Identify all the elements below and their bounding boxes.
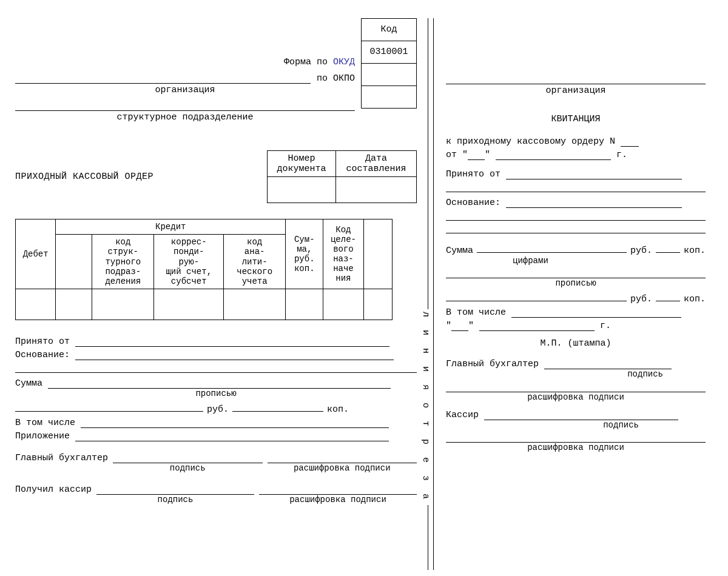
receipt-chief-name-caption: расшифровка подписи xyxy=(446,392,706,402)
receipt-kop-2: коп. xyxy=(684,294,706,304)
receipt-sum-words-2[interactable] xyxy=(446,290,627,301)
doc-number-input[interactable] xyxy=(268,177,336,203)
main-accounting-table: Дебет Кредит Сум- ма, руб. коп. Код целе… xyxy=(15,219,393,320)
receipt-chief-name[interactable] xyxy=(446,381,706,392)
receipt-including-input[interactable] xyxy=(511,307,681,318)
receipt-chief-sig[interactable] xyxy=(544,358,672,369)
extra-code[interactable] xyxy=(362,86,417,109)
receipt-title: КВИТАНЦИЯ xyxy=(446,114,706,124)
order-section: Форма по ОКУД по ОКПО организация структ… xyxy=(15,18,423,570)
received-from-input[interactable] xyxy=(75,336,389,347)
basis-input-1[interactable] xyxy=(75,349,394,360)
basis-label: Основание: xyxy=(15,350,70,360)
cell-struct[interactable] xyxy=(92,289,154,320)
structural-unit-caption: структурное подразделение xyxy=(15,112,355,122)
receipt-cashier-sig-caption: подпись xyxy=(446,420,706,430)
structural-unit-input[interactable] xyxy=(15,99,355,111)
cashier-name-input[interactable] xyxy=(259,484,417,495)
receipt-words-caption: прописью xyxy=(446,278,706,288)
receipt-received-input-2[interactable] xyxy=(446,181,706,192)
sum-label: Сумма xyxy=(15,378,42,389)
okpo-code[interactable] xyxy=(362,64,417,86)
document-title: ПРИХОДНЫЙ КАССОВЫЙ ОРДЕР xyxy=(15,172,153,182)
kop-input[interactable] xyxy=(232,401,323,412)
receipt-basis-label: Основание: xyxy=(446,197,500,207)
doc-meta-box: Номер документа Дата составления xyxy=(267,150,417,204)
sum-input-2[interactable] xyxy=(15,401,203,412)
sum-input-1[interactable] xyxy=(48,378,391,389)
stamp-label: М.П. (штампа) xyxy=(446,338,706,349)
receipt-date-day[interactable] xyxy=(451,320,468,331)
col-struct-code: код струк- турного подраз- деления xyxy=(92,235,154,289)
receipt-cashier-name[interactable] xyxy=(446,432,706,443)
cell-purpose[interactable] xyxy=(323,289,363,320)
receipt-received-input[interactable] xyxy=(506,169,682,179)
chief-acc-name-input[interactable] xyxy=(268,452,417,463)
form-label: Форма по xyxy=(284,57,333,67)
receipt-sum-label: Сумма xyxy=(446,246,473,256)
attachment-label: Приложение xyxy=(15,431,70,441)
cell-credit-blank[interactable] xyxy=(56,289,92,320)
col-credit-blank xyxy=(56,235,92,289)
cut-line-label: л и н и я о т р е з а xyxy=(420,309,431,505)
doc-date-input[interactable] xyxy=(336,177,417,203)
cell-sum[interactable] xyxy=(286,289,323,320)
receipt-org-caption: организация xyxy=(446,85,706,96)
receipt-month[interactable] xyxy=(496,149,611,160)
receipt-rub-2: руб. xyxy=(630,294,652,304)
receipt-cashier-label: Кассир xyxy=(446,409,479,420)
receipt-date-year-suffix: г. xyxy=(600,321,611,331)
chief-acc-sig-input[interactable] xyxy=(113,452,262,463)
col-analytical: код ана- лити- ческого учета xyxy=(224,235,286,289)
col-sum: Сум- ма, руб. коп. xyxy=(286,219,323,289)
cashier-received-label: Получил кассир xyxy=(15,484,92,495)
receipt-cashier-sig[interactable] xyxy=(484,409,678,420)
col-corr-account: коррес- понди- рую- щий счет, субсчет xyxy=(154,235,224,289)
receipt-basis-input[interactable] xyxy=(506,197,682,208)
receipt-kop-2-input[interactable] xyxy=(656,290,680,301)
code-header: Код xyxy=(362,19,417,41)
cashier-sig-input[interactable] xyxy=(96,484,254,495)
doc-number-header: Номер документа xyxy=(268,150,336,177)
cell-debit[interactable] xyxy=(16,289,56,320)
cell-extra[interactable] xyxy=(363,289,392,320)
receipt-chief-sig-caption: подпись xyxy=(446,369,706,379)
basis-input-2[interactable] xyxy=(15,362,417,373)
receipt-to-order: к приходному кассовому ордеру N xyxy=(446,136,615,146)
receipt-basis-input-3[interactable] xyxy=(446,223,706,233)
receipt-date-month[interactable] xyxy=(479,320,595,331)
sum-words-caption: прописью xyxy=(15,389,417,398)
organization-caption: организация xyxy=(15,85,355,95)
receipt-digits-caption: цифрами xyxy=(446,256,706,266)
doc-date-header: Дата составления xyxy=(336,150,417,177)
okpo-label: по ОКПО xyxy=(317,73,355,84)
cashier-name-caption: расшифровка подписи xyxy=(259,495,417,504)
receipt-received-from: Принято от xyxy=(446,169,500,179)
receipt-rub-1: руб. xyxy=(630,246,652,256)
cell-corr[interactable] xyxy=(154,289,224,320)
receipt-sum-words-1[interactable] xyxy=(446,267,706,278)
receipt-cashier-name-caption: расшифровка подписи xyxy=(446,443,706,452)
organization-input[interactable] xyxy=(15,72,311,84)
receipt-order-num[interactable] xyxy=(621,136,639,147)
okud-link[interactable]: ОКУД xyxy=(333,57,355,67)
receipt-chief-acc-label: Главный бухгалтер xyxy=(446,359,539,369)
receipt-day[interactable] xyxy=(468,149,485,160)
receipt-including: В том числе xyxy=(446,307,506,318)
receipt-sum-digits[interactable] xyxy=(477,242,627,253)
rub-label: руб. xyxy=(207,404,229,415)
col-blank xyxy=(363,219,392,289)
receipt-basis-input-2[interactable] xyxy=(446,210,706,221)
receipt-year-suffix: г. xyxy=(616,149,627,159)
receipt-section: организация КВИТАНЦИЯ к приходному кассо… xyxy=(439,18,706,570)
cell-anal[interactable] xyxy=(224,289,286,320)
cash-order-form: Форма по ОКУД по ОКПО организация структ… xyxy=(0,0,728,576)
okud-code: 0310001 xyxy=(362,41,417,64)
chief-acc-name-caption: расшифровка подписи xyxy=(268,463,417,473)
including-input[interactable] xyxy=(81,417,389,428)
receipt-kop-digits[interactable] xyxy=(656,242,680,253)
attachment-input[interactable] xyxy=(75,430,389,441)
receipt-org-input[interactable] xyxy=(446,73,706,84)
chief-acc-sig-caption: подпись xyxy=(113,463,262,473)
code-box: Код 0310001 xyxy=(361,18,417,109)
